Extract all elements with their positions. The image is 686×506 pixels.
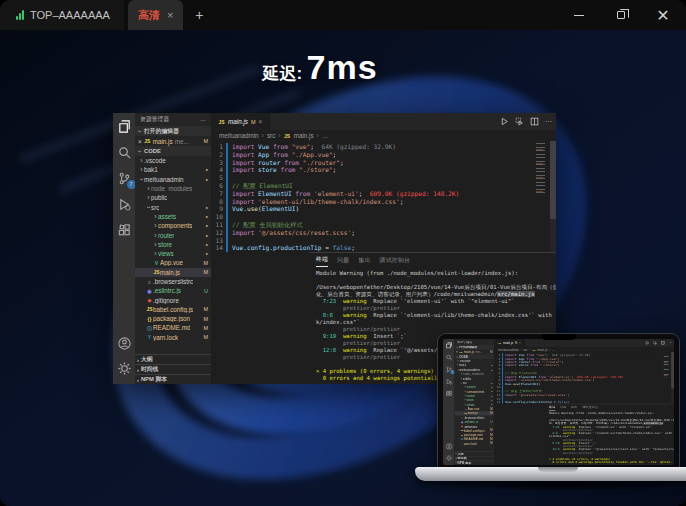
code-lines: 1import Vue from "vue"; 64K (gzipped: 32… [494, 353, 663, 404]
chevron-icon: › [460, 382, 464, 384]
tree-item-label: .gitignore [153, 297, 179, 304]
panel-tab-调试控制台[interactable]: 调试控制台 [380, 253, 410, 267]
panel-tab-问题[interactable]: 问题 [337, 253, 349, 267]
session-tab[interactable]: TOP–AAAAAAA [0, 0, 124, 30]
tree-item-label: router [466, 394, 475, 397]
activity-bar: 7 [443, 339, 454, 465]
chevron-icon: › [456, 369, 460, 371]
tree-item-label: components [466, 390, 484, 393]
minimize-button[interactable] [562, 2, 596, 28]
tree-item[interactable]: ›assets● [135, 212, 211, 221]
more-actions-icon[interactable]: ⋯ [200, 117, 206, 123]
js-file-icon: JS [498, 342, 502, 345]
more-icon: ··· [669, 341, 673, 344]
terminal-line: 0 errors and 4 warnings potentially fixa… [549, 461, 674, 464]
tree-item[interactable]: ›node_modules [135, 184, 211, 193]
tree-item[interactable]: VApp.vueM [135, 258, 211, 267]
tree-item[interactable]: ›bak1● [135, 165, 211, 174]
tree-item-label: package.json [464, 433, 483, 436]
tree-item[interactable]: Yyarn.lockM [135, 333, 211, 342]
breadcrumb-item[interactable]: src [267, 132, 275, 139]
tree-item-label: public [151, 194, 167, 201]
tree-item[interactable]: ≡.browserslistrc [135, 277, 211, 286]
tree-item[interactable]: ›components● [135, 221, 211, 230]
explorer-sidebar: 资源管理器 ⋯ › 打开的编辑器 × JS main.js me... M › … [135, 113, 211, 384]
latency-value: 7ms [307, 48, 378, 86]
terminal-line [316, 277, 556, 284]
tree-item[interactable]: ›store● [135, 240, 211, 249]
tree-item[interactable]: {}package.jsonM [135, 314, 211, 323]
tree-item[interactable]: JSmain.jsM [135, 268, 211, 277]
sidebar-section-大纲[interactable]: ›大纲 [135, 354, 211, 364]
tree-item[interactable]: ›.vscode [135, 156, 211, 165]
source-control-icon[interactable]: 7 [117, 171, 132, 186]
quality-tab[interactable]: 高清 × [128, 0, 183, 30]
code-line: 8import 'element-ui/lib/theme-chalk/inde… [211, 198, 534, 206]
tree-item-label: babel.config.js [153, 306, 193, 313]
new-tab-button[interactable]: + [195, 7, 203, 23]
minimap[interactable] [536, 143, 549, 195]
panel-tab-问题: 问题 [560, 404, 566, 411]
signal-strength-icon [16, 10, 24, 20]
tree-item-label: main.js [160, 269, 180, 276]
tree-item[interactable]: ›meituanadmin● [135, 175, 211, 184]
account-icon[interactable] [117, 336, 132, 351]
run-icon[interactable] [500, 117, 509, 126]
tree-item-label: .gitignore [464, 425, 478, 428]
js-file-icon: JS [459, 351, 463, 354]
panel-tab-终端: 终端 [549, 404, 555, 411]
code-line: 11// 配置 全局初始化样式 [211, 221, 534, 229]
code-editor[interactable]: 1import Vue from "vue"; 64K (gzipped: 32… [211, 141, 556, 252]
open-editors-section[interactable]: › 打开的编辑器 [135, 126, 211, 136]
workspace-section[interactable]: › CODE [135, 146, 211, 156]
tree-item-label: views [158, 250, 174, 257]
sidebar-section-时间线[interactable]: ›时间线 [135, 364, 211, 374]
search-icon[interactable] [117, 145, 132, 160]
session-tab-label: TOP–AAAAAAA [30, 9, 110, 21]
tree-item[interactable]: ›src● [135, 202, 211, 211]
window-controls: ✕ [562, 0, 680, 30]
tree-item[interactable]: ›public [135, 193, 211, 202]
js-file-icon: JS [532, 348, 536, 351]
close-tab-icon[interactable]: × [259, 118, 263, 125]
terminal-output: Module Warning (from ./node_modules/esli… [549, 412, 674, 464]
split-editor-icon[interactable] [530, 117, 539, 126]
extensions-icon[interactable] [117, 223, 132, 238]
settings-gear-icon[interactable] [117, 361, 132, 376]
tree-item[interactable]: ›views● [135, 249, 211, 258]
git-status-badge: M [203, 334, 211, 340]
md-file-icon: ⓘ [146, 325, 153, 331]
breadcrumb-item[interactable]: main.js [294, 132, 314, 139]
more-icon[interactable]: ··· [545, 118, 552, 125]
laptop-base [415, 467, 686, 481]
tree-item[interactable]: JSbabel.config.jsM [135, 305, 211, 314]
sidebar-section-NPM 脚本[interactable]: ›NPM 脚本 [135, 374, 211, 384]
modified-badge: M [203, 138, 208, 144]
tree-item[interactable]: ⓘREADME.mdM [135, 323, 211, 332]
editor-scrollbar [671, 352, 674, 404]
tree-item[interactable]: ◆.gitignore [135, 295, 211, 304]
terminal-line: prettier/prettier [316, 305, 556, 312]
close-editor-icon[interactable]: × [138, 138, 142, 145]
breadcrumb-item[interactable]: … [322, 132, 328, 139]
close-tab-icon[interactable]: × [167, 9, 173, 21]
tree-item[interactable]: ›router● [135, 230, 211, 239]
close-button[interactable]: ✕ [646, 2, 680, 28]
code-line: 2import App from "./App.vue"; [211, 151, 534, 159]
breadcrumb[interactable]: meituanadmin›src›JSmain.js›… [211, 130, 556, 141]
panel-tab-输出[interactable]: 输出 [358, 253, 370, 267]
explorer-icon[interactable] [117, 119, 132, 134]
latency-label: 延迟: [262, 64, 302, 83]
js-file-icon: JS [153, 269, 160, 275]
run-all-icon[interactable] [515, 117, 524, 126]
maximize-button[interactable] [604, 2, 638, 28]
breadcrumb-item[interactable]: meituanadmin [219, 132, 259, 139]
vue-file-icon: V [153, 260, 160, 266]
open-editor-item[interactable]: × JS main.js me... M [135, 136, 211, 146]
debug-icon[interactable] [117, 197, 132, 212]
settings-gear-icon [445, 455, 453, 462]
tree-item[interactable]: ◉.eslintrc.jsU [135, 286, 211, 295]
editor-tab-mainjs[interactable]: JS main.js M × [211, 113, 270, 130]
panel-tab-终端[interactable]: 终端 [316, 253, 328, 267]
editor-scrollbar[interactable] [550, 141, 556, 252]
